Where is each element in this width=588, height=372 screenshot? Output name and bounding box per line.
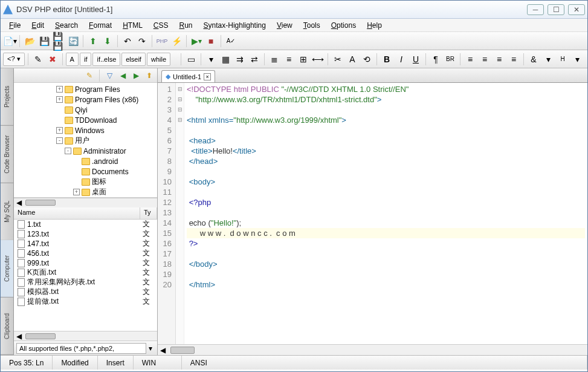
menu-view[interactable]: View [272,20,297,31]
format-button-22[interactable]: ▾ [541,53,555,66]
file-tab-untitled[interactable]: ◆ Untitled-1 × [161,70,215,82]
code-line[interactable] [187,269,585,279]
tree-item[interactable]: Qiyi [14,105,157,115]
code-line[interactable]: <title>Hello!</title> [187,146,585,156]
menu-tools[interactable]: Tools [299,20,325,31]
format-button-20[interactable]: ≡ [507,53,520,66]
code-line[interactable] [187,207,585,218]
tree-expand-icon[interactable]: - [65,148,71,154]
format-button-1[interactable]: ▾ [204,53,218,66]
file-row[interactable]: 999.txt文 [14,258,157,268]
tree-expand-icon[interactable]: + [56,127,63,134]
code-line[interactable] [187,105,585,115]
tab-close-button[interactable]: × [204,73,211,80]
undo-button[interactable]: ↶ [121,34,134,48]
maximize-button[interactable]: ☐ [548,4,564,15]
fold-column[interactable]: ⊟⊟⊟⊟ [176,83,184,344]
file-row[interactable]: 456.txt文 [14,249,157,258]
format-button-9[interactable]: ✂ [331,53,344,66]
tree-expand-icon[interactable]: + [56,86,63,93]
format-button-0[interactable]: ▭ [184,53,198,66]
folder-tree[interactable]: +Program Files+Program Files (x86)QiyiTD… [14,83,157,198]
col-name[interactable]: Name [14,207,140,219]
format-button-2[interactable]: ▦ [219,53,232,66]
tree-item[interactable]: Documents [14,166,157,177]
format-button-15[interactable]: ¶ [429,53,442,66]
snippet-elseif-button[interactable]: elseif [121,53,146,66]
lightning-button[interactable]: ⚡ [170,34,183,48]
fold-marker[interactable]: ⊟ [176,105,184,115]
file-row[interactable]: 1.txt文 [14,220,157,229]
fold-marker[interactable]: ⊟ [176,94,184,105]
tree-item[interactable]: +Program Files (x86) [14,94,157,105]
file-row[interactable]: 模拟器.txt文 [14,287,157,297]
code-line[interactable]: "http://www.w3.org/TR/xhtml1/DTD/xhtml1-… [187,94,585,105]
new-file-button[interactable]: 📄▾ [3,34,16,48]
format-button-3[interactable]: ⇉ [233,53,247,66]
side-tab-computer[interactable]: Computer [1,240,13,298]
format-button-23[interactable]: H [556,53,569,66]
upload-button[interactable]: ⬆ [86,34,100,48]
format-button-17[interactable]: ≡ [464,53,477,66]
format-button-8[interactable]: ⟷ [311,53,325,66]
menu-css[interactable]: CSS [149,20,173,31]
format-button-11[interactable]: ⟲ [360,53,373,66]
side-tab-my-sql[interactable]: My SQL [1,183,13,241]
code-line[interactable]: w w w . d o w n c c . c o m [187,228,585,238]
file-list-hscroll[interactable]: ◀ [14,331,157,341]
code-line[interactable]: <html xmlns="http://www.w3.org/1999/xhtm… [187,115,585,125]
code-line[interactable]: <head> [187,135,585,146]
menu-options[interactable]: Options [326,20,361,31]
side-tab-projects[interactable]: Projects [1,68,13,126]
close-button[interactable]: ✕ [568,4,585,15]
fold-marker[interactable]: ⊟ [176,115,184,125]
tree-expand-icon[interactable]: + [56,96,63,103]
file-list[interactable]: 1.txt文123.txt文147.txt文456.txt文999.txt文K页… [14,220,157,331]
tree-item[interactable]: -用户 [14,135,157,146]
format-button-21[interactable]: & [527,53,540,66]
tree-expand-icon[interactable]: + [73,189,80,195]
code-line[interactable]: </html> [187,279,585,290]
delete-button[interactable]: ✖ [46,53,59,66]
tree-up-button[interactable]: ⬆ [144,70,155,81]
menu-help[interactable]: Help [362,20,387,31]
file-row[interactable]: K页面.txt文 [14,268,157,278]
format-button-13[interactable]: I [395,53,408,66]
format-button-14[interactable]: U [409,53,422,66]
tree-filter-button[interactable]: ▽ [104,70,115,81]
file-filter-input[interactable] [16,343,146,354]
menu-syntaxhighlighting[interactable]: Syntax-Highlighting [199,20,271,31]
code-editor[interactable]: <!DOCTYPE html PUBLIC "-//W3C//DTD XHTML… [184,83,587,344]
php-check-button[interactable]: PHP [155,34,169,48]
minimize-button[interactable]: ─ [527,4,544,15]
code-line[interactable] [187,166,585,177]
tree-item[interactable]: 图标 [14,177,157,187]
snippet-A-button[interactable]: A [66,53,79,66]
tree-back-button[interactable]: ◀ [117,70,128,81]
menu-html[interactable]: HTML [118,20,147,31]
menu-search[interactable]: Search [50,20,83,31]
format-button-24[interactable]: ▾ [570,53,584,66]
format-button-5[interactable]: ≣ [268,53,281,66]
wand-button[interactable]: ✎ [31,53,45,66]
tree-item[interactable]: .android [14,156,157,166]
menu-run[interactable]: Run [175,20,198,31]
menu-file[interactable]: File [4,20,25,31]
filter-dropdown-icon[interactable]: ▾ [146,344,155,353]
file-row[interactable]: 常用采集网站列表.txt文 [14,278,157,287]
tree-expand-icon[interactable]: - [56,137,63,144]
side-tab-code-browser[interactable]: Code Browser [1,126,13,183]
run-button[interactable]: ▶▾ [190,34,203,48]
snippet-while-button[interactable]: while [147,53,170,66]
tree-item[interactable]: +Windows [14,125,157,135]
code-line[interactable] [187,125,585,135]
php-insert-button[interactable]: <? ▾ [3,53,25,66]
code-line[interactable]: ?> [187,238,585,249]
format-button-19[interactable]: ≡ [493,53,506,66]
side-tab-clipboard[interactable]: Clipboard [1,298,13,355]
code-line[interactable]: echo ("Hello!"); [187,218,585,228]
redo-button[interactable]: ↷ [135,34,149,48]
tree-edit-button[interactable]: ✎ [84,70,95,81]
spellcheck-button[interactable]: A✓ [224,34,237,48]
tree-item[interactable]: +桌面 [14,187,157,197]
